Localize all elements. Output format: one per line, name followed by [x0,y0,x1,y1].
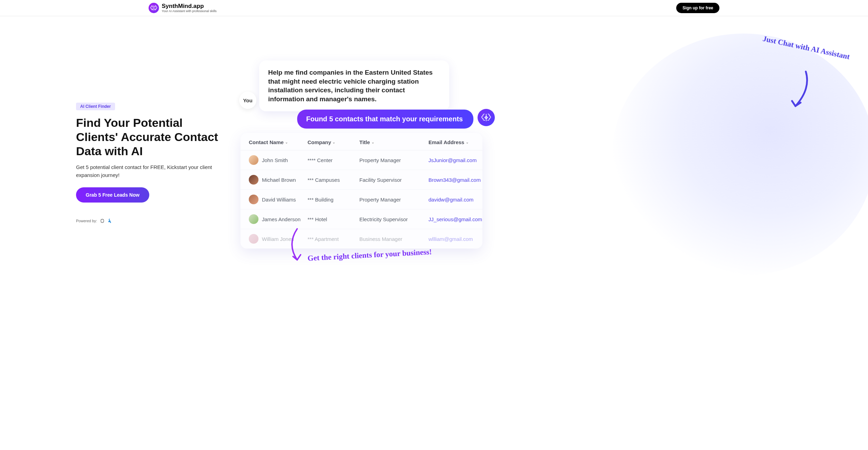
logo[interactable]: SynthMind.app Your AI Assistant with pro… [149,3,217,13]
svg-point-2 [152,9,153,10]
table-row[interactable]: John Smith **** Center Property Manager … [240,150,482,170]
arrow-top-icon [782,68,813,113]
chevron-down-icon: ⌄ [371,140,374,144]
chevron-down-icon: ⌄ [332,140,335,144]
avatar [249,155,258,165]
background-blob [612,34,868,275]
hero-left: AI Client Finder Find Your Potential Cli… [76,34,221,275]
logo-subtitle: Your AI Assistant with professional skil… [162,10,217,13]
svg-point-3 [155,9,155,10]
arrow-bottom-icon [283,227,308,265]
table-row[interactable]: James Anderson *** Hotel Electricity Sup… [240,209,482,229]
results-table: Contact Name⌄ Company⌄ Title⌄ Email Addr… [240,133,482,249]
avatar [249,214,258,224]
table-row[interactable]: Michael Brown *** Campuses Facility Supe… [240,170,482,190]
th-contact-name[interactable]: Contact Name⌄ [249,139,308,145]
user-message-text: Help me find companies in the Eastern Un… [268,68,440,104]
signup-button[interactable]: Sign up for free [676,3,719,13]
powered-label: Powered by: [76,219,97,223]
you-avatar: You [239,92,256,109]
avatar [249,175,258,185]
th-title[interactable]: Title⌄ [359,139,428,145]
avatar [249,195,258,204]
hero-illustration: Just Chat with AI Assistant Help me find… [235,34,854,275]
logo-title: SynthMind.app [162,3,217,9]
hero-headline: Find Your Potential Clients' Accurate Co… [76,116,221,158]
cta-button[interactable]: Grab 5 Free Leads Now [76,187,149,203]
brain-icon [149,3,159,13]
openai-icon [100,218,105,223]
table-header-row: Contact Name⌄ Company⌄ Title⌄ Email Addr… [240,133,482,150]
ai-message-bubble: Found 5 contacts that match your require… [297,110,473,129]
table-row[interactable]: David Williams *** Building Property Man… [240,190,482,209]
table-row[interactable]: William Jones *** Apartment Business Man… [240,229,482,249]
powered-by: Powered by: [76,218,221,223]
annotation-results: Get the right clients for your business! [308,247,432,263]
th-email[interactable]: Email Address⌄ [428,139,474,145]
main-content: AI Client Finder Find Your Potential Cli… [0,16,868,289]
site-header: SynthMind.app Your AI Assistant with pro… [0,0,868,16]
chevron-down-icon: ⌄ [285,140,288,144]
user-message-bubble: Help me find companies in the Eastern Un… [259,60,449,111]
product-badge: AI Client Finder [76,103,115,110]
chevron-down-icon: ⌄ [466,140,469,144]
avatar [249,234,258,244]
svg-point-1 [155,7,155,7]
th-company[interactable]: Company⌄ [308,139,359,145]
ai-avatar-icon [478,109,495,126]
hero-subtext: Get 5 potential client contact for FREE,… [76,163,221,179]
azure-icon [107,218,112,223]
svg-point-0 [152,7,153,7]
